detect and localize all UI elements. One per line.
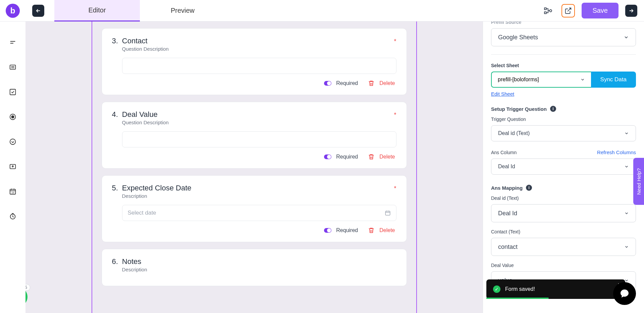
- required-toggle[interactable]: [324, 228, 331, 233]
- chevron-down-icon: [624, 164, 629, 169]
- question-description: Question Description: [122, 120, 396, 125]
- map-contact-select[interactable]: contact: [491, 238, 636, 256]
- back-button[interactable]: [32, 5, 44, 17]
- chevron-down-icon: [580, 77, 585, 82]
- trigger-question-label: Trigger Question: [491, 117, 636, 122]
- trash-icon[interactable]: [368, 227, 375, 234]
- prefill-source-value: Google Sheets: [498, 34, 538, 41]
- svg-rect-4: [10, 89, 16, 95]
- toast-progress: [486, 298, 549, 299]
- svg-point-6: [11, 116, 14, 118]
- short-text-icon[interactable]: [9, 38, 17, 46]
- required-label: Required: [336, 227, 358, 233]
- question-number: 6.: [112, 257, 118, 266]
- check-icon: ✓: [493, 285, 500, 293]
- ans-mapping-label: Ans Mapping: [491, 185, 523, 191]
- map-deal-value-label: Deal Value: [491, 263, 636, 268]
- checkbox-icon[interactable]: [9, 88, 17, 96]
- required-toggle[interactable]: [324, 81, 331, 86]
- tab-preview[interactable]: Preview: [140, 0, 225, 21]
- text-input[interactable]: [122, 131, 396, 147]
- svg-rect-1: [545, 12, 546, 13]
- long-text-icon[interactable]: [9, 63, 17, 71]
- question-title: Expected Close Date: [122, 184, 192, 192]
- question-description: Question Description: [122, 46, 396, 52]
- trash-icon[interactable]: [368, 153, 375, 160]
- question-number: 4.: [112, 110, 118, 119]
- question-card-contact[interactable]: 3. Contact * Question Description Requir…: [102, 28, 407, 95]
- save-button[interactable]: Save: [582, 3, 619, 18]
- radio-icon[interactable]: [9, 113, 17, 121]
- need-help-tab[interactable]: Need Help?: [633, 158, 644, 205]
- sync-data-button[interactable]: Sync Data: [591, 72, 636, 88]
- next-button[interactable]: [625, 5, 637, 17]
- upload-icon[interactable]: [9, 163, 17, 171]
- question-card-expected-close-date[interactable]: 5. Expected Close Date * Description Sel…: [102, 175, 407, 242]
- trigger-question-select[interactable]: Deal id (Text): [491, 125, 636, 141]
- date-icon[interactable]: 19: [9, 187, 17, 195]
- app-logo: b: [0, 0, 25, 21]
- date-placeholder: Select date: [128, 210, 156, 216]
- question-number: 3.: [112, 37, 118, 45]
- map-contact-label: Contact (Text): [491, 229, 636, 234]
- dropdown-icon[interactable]: [9, 138, 17, 146]
- required-asterisk: *: [394, 185, 396, 192]
- setup-trigger-label: Setup Trigger Question: [491, 106, 547, 112]
- text-input[interactable]: [122, 58, 396, 74]
- chat-bubble[interactable]: [613, 282, 636, 305]
- trash-icon[interactable]: [368, 80, 375, 87]
- svg-point-7: [10, 139, 16, 145]
- required-label: Required: [336, 80, 358, 86]
- required-toggle[interactable]: [324, 154, 331, 159]
- question-card-notes[interactable]: 6. Notes Description: [102, 249, 407, 286]
- prefill-source-select[interactable]: Google Sheets: [491, 28, 636, 46]
- time-icon[interactable]: [9, 212, 17, 220]
- question-card-deal-value[interactable]: 4. Deal Value * Question Description Req…: [102, 102, 407, 169]
- tab-editor[interactable]: Editor: [54, 0, 140, 21]
- delete-button[interactable]: Delete: [379, 154, 395, 160]
- chevron-down-icon: [624, 131, 629, 136]
- chevron-down-icon: [624, 35, 629, 40]
- flow-icon[interactable]: [541, 4, 555, 17]
- sheet-select-value: prefill-[boloforms]: [498, 77, 539, 83]
- info-icon[interactable]: i: [526, 185, 532, 191]
- question-title: Contact: [122, 37, 148, 45]
- map-deal-id-value: Deal Id: [498, 210, 517, 217]
- delete-button[interactable]: Delete: [379, 80, 395, 86]
- svg-point-2: [550, 9, 552, 12]
- ans-column-select[interactable]: Deal Id: [491, 159, 636, 175]
- info-icon[interactable]: i: [550, 106, 556, 112]
- svg-rect-0: [545, 8, 546, 9]
- chevron-down-icon: [624, 244, 629, 249]
- question-description: Description: [122, 267, 396, 272]
- open-external-icon[interactable]: [561, 4, 575, 17]
- date-input[interactable]: Select date: [122, 205, 396, 221]
- toast-form-saved: ✓ Form saved! ×: [486, 279, 625, 299]
- required-asterisk: *: [394, 38, 396, 45]
- question-number: 5.: [112, 184, 118, 192]
- calendar-icon: [385, 210, 391, 216]
- map-deal-id-label: Deal id (Text): [491, 195, 636, 201]
- svg-text:19: 19: [11, 191, 14, 194]
- map-contact-value: contact: [498, 243, 518, 251]
- required-label: Required: [336, 154, 358, 160]
- question-title: Notes: [122, 257, 141, 266]
- ans-column-value: Deal Id: [498, 164, 515, 170]
- trigger-question-value: Deal id (Text): [498, 130, 530, 136]
- edit-sheet-link[interactable]: Edit Sheet: [491, 91, 514, 97]
- svg-rect-3: [10, 65, 16, 70]
- required-asterisk: *: [394, 111, 396, 119]
- chevron-down-icon: [624, 211, 629, 216]
- map-deal-id-select[interactable]: Deal Id: [491, 204, 636, 222]
- question-description: Description: [122, 193, 396, 199]
- delete-button[interactable]: Delete: [379, 227, 395, 233]
- svg-rect-12: [385, 211, 390, 215]
- toast-text: Form saved!: [505, 286, 535, 292]
- refresh-columns-link[interactable]: Refresh Columns: [597, 149, 636, 155]
- prefill-source-label: Prefill Source: [491, 21, 636, 25]
- sheet-select[interactable]: prefill-[boloforms]: [491, 72, 591, 88]
- select-sheet-label: Select Sheet: [491, 63, 636, 68]
- ans-column-label: Ans Column: [491, 150, 517, 155]
- question-title: Deal Value: [122, 110, 158, 119]
